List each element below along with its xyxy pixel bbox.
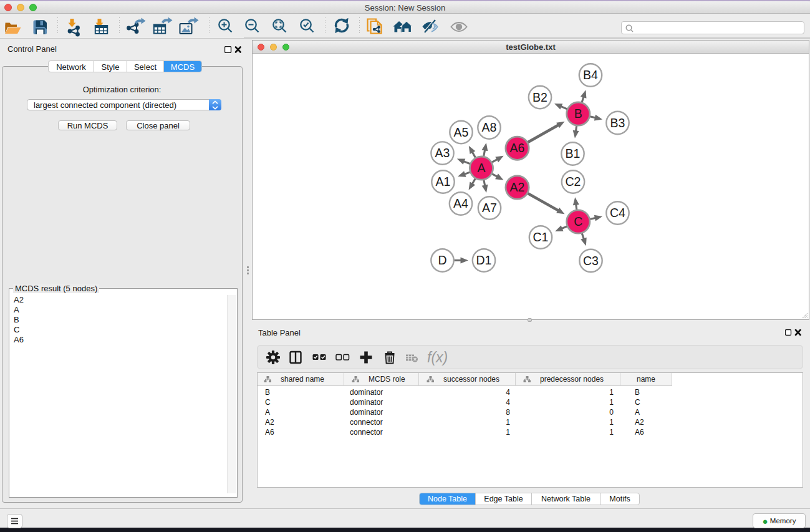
svg-text:A7: A7: [482, 201, 497, 215]
svg-text:C2: C2: [566, 175, 581, 188]
svg-text:A6: A6: [510, 141, 525, 155]
svg-text:B1: B1: [566, 147, 581, 160]
svg-text:B: B: [574, 107, 582, 120]
svg-text:B2: B2: [533, 90, 547, 104]
svg-text:A4: A4: [453, 196, 468, 210]
svg-text:A2: A2: [510, 180, 525, 194]
svg-text:A1: A1: [436, 175, 451, 188]
svg-text:C1: C1: [533, 230, 549, 244]
svg-text:A5: A5: [454, 125, 469, 139]
svg-text:A3: A3: [435, 146, 450, 160]
svg-text:f(x): f(x): [427, 349, 448, 365]
svg-text:C: C: [574, 215, 582, 228]
svg-text:B4: B4: [583, 68, 598, 82]
svg-text:D: D: [438, 253, 446, 267]
svg-text:D1: D1: [476, 253, 492, 267]
svg-text:C3: C3: [583, 254, 599, 268]
svg-text:A8: A8: [482, 120, 497, 134]
svg-text:A: A: [477, 161, 485, 175]
svg-text:C4: C4: [610, 206, 625, 220]
svg-text:B3: B3: [610, 116, 625, 130]
